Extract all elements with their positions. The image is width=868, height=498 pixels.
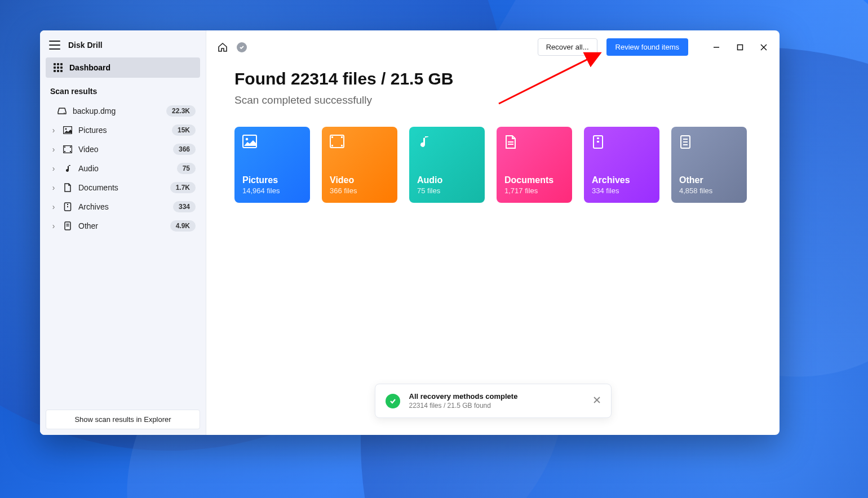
sidebar-item-count: 15K [172,124,196,136]
card-title: Audio [417,175,477,185]
category-cards: Pictures 14,964 files Video 366 files Au… [234,127,751,203]
status-toast: All recovery methods complete 22314 file… [375,384,612,418]
card-title: Documents [504,175,564,185]
svg-rect-5 [70,146,71,148]
svg-rect-22 [341,136,343,138]
menu-icon[interactable] [49,41,60,50]
app-window: Disk Drill Dashboard Scan results backup… [40,30,780,435]
card-sub: 75 files [417,186,477,195]
grid-icon [54,63,63,72]
sidebar-item-video[interactable]: › Video 366 [46,140,200,159]
svg-rect-23 [331,145,333,146]
sidebar-item-count: 366 [173,144,196,155]
app-title: Disk Drill [68,41,103,50]
sidebar-item-count: 75 [177,163,196,174]
audio-icon [63,164,73,173]
card-title: Other [679,175,739,185]
svg-rect-21 [331,136,333,138]
svg-rect-29 [597,141,599,143]
sidebar-item-label: Archives [78,202,167,211]
check-icon [386,394,400,408]
archive-icon [63,202,73,211]
video-icon [63,145,73,153]
svg-rect-28 [597,137,599,139]
toast-sub: 22314 files / 21.5 GB found [409,402,584,410]
sidebar-item-archives[interactable]: › Archives 334 [46,197,200,216]
results-heading: Found 22314 files / 21.5 GB [234,69,751,88]
picture-icon [63,126,73,134]
card-documents[interactable]: Documents 1,717 files [497,127,572,203]
card-title: Pictures [242,175,302,185]
status-check-icon[interactable] [237,42,247,52]
card-sub: 334 files [592,186,652,195]
toast-title: All recovery methods complete [409,392,584,401]
chevron-right-icon: › [50,221,57,230]
card-pictures[interactable]: Pictures 14,964 files [234,127,310,203]
sidebar-item-label: Documents [78,183,165,192]
card-title: Archives [592,175,652,185]
main-content: Recover all... Review found items Found … [206,30,780,435]
document-icon [63,183,73,192]
page-icon [679,135,694,149]
chevron-right-icon: › [50,164,57,173]
chevron-right-icon: › [50,183,57,192]
svg-rect-7 [70,151,71,152]
card-video[interactable]: Video 366 files [322,127,397,203]
sidebar-item-count: 4.9K [170,220,196,232]
review-found-items-button[interactable]: Review found items [606,38,688,56]
chevron-right-icon: › [50,145,57,154]
svg-rect-15 [738,45,743,50]
sidebar-device-count: 22.3K [166,105,196,117]
audio-icon [417,135,432,149]
video-icon [330,135,344,149]
picture-icon [242,135,257,149]
page-icon [63,221,73,230]
sidebar: Disk Drill Dashboard Scan results backup… [40,30,206,435]
topbar: Recover all... Review found items [206,30,780,64]
card-audio[interactable]: Audio 75 files [409,127,485,203]
chevron-right-icon: › [50,202,57,211]
drive-icon [57,107,67,115]
show-in-explorer-button[interactable]: Show scan results in Explorer [46,410,200,429]
sidebar-item-count: 334 [173,201,196,212]
sidebar-section-label: Scan results [46,78,200,101]
card-sub: 1,717 files [504,186,564,195]
archive-icon [592,135,606,149]
close-button[interactable] [759,43,768,52]
sidebar-device-label: backup.dmg [73,106,161,115]
document-icon [504,135,519,149]
svg-rect-6 [64,151,65,152]
svg-rect-4 [64,146,65,148]
sidebar-item-count: 1.7K [170,182,196,193]
sidebar-item-label: Audio [78,164,171,173]
sidebar-device[interactable]: backup.dmg 22.3K [46,101,200,121]
sidebar-item-label: Video [78,145,167,154]
close-icon[interactable] [593,396,601,406]
card-title: Video [330,175,389,185]
minimize-button[interactable] [712,43,721,52]
sidebar-item-documents[interactable]: › Documents 1.7K [46,178,200,197]
sidebar-item-label: Other [78,221,165,230]
card-sub: 14,964 files [242,186,302,195]
svg-point-19 [246,138,248,140]
svg-rect-10 [67,206,68,207]
sidebar-item-other[interactable]: › Other 4.9K [46,216,200,235]
svg-rect-9 [67,204,68,205]
chevron-right-icon: › [50,126,57,135]
nav-dashboard-label: Dashboard [69,63,110,72]
sidebar-item-audio[interactable]: › Audio 75 [46,159,200,178]
card-archives[interactable]: Archives 334 files [584,127,659,203]
maximize-button[interactable] [736,43,745,52]
results-subheading: Scan completed successfully [234,94,751,106]
home-icon[interactable] [218,42,228,52]
svg-point-2 [65,128,67,130]
recover-all-button[interactable]: Recover all... [538,38,597,56]
sidebar-item-pictures[interactable]: › Pictures 15K [46,121,200,140]
sidebar-item-label: Pictures [78,126,166,135]
card-sub: 366 files [330,186,389,195]
card-other[interactable]: Other 4,858 files [671,127,747,203]
svg-rect-24 [341,145,343,146]
nav-dashboard[interactable]: Dashboard [46,57,200,78]
svg-point-0 [64,113,65,114]
card-sub: 4,858 files [679,186,739,195]
